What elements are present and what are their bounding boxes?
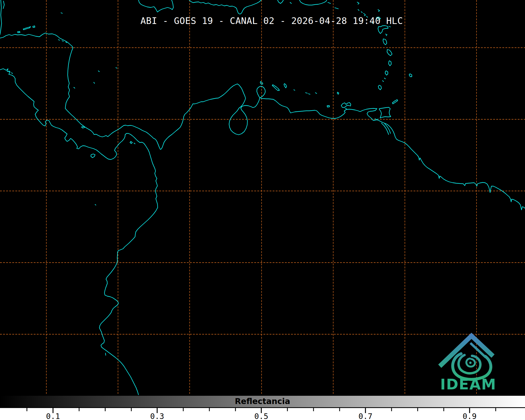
coastline-belize-coast bbox=[0, 0, 2, 35]
coastline-st-martin bbox=[357, 2, 359, 4]
coastline-guadeloupe bbox=[378, 26, 388, 34]
coastline-bonaire bbox=[284, 84, 287, 88]
colorbar-tick-label: 0.3 bbox=[150, 412, 164, 420]
colorbar-tick-label: 0.1 bbox=[46, 412, 60, 420]
coastline-lobos-island bbox=[105, 353, 106, 355]
coastline-hispaniola-south-coast bbox=[189, 0, 261, 14]
coastlines-layer bbox=[0, 0, 525, 395]
coastline-martinique bbox=[387, 50, 392, 56]
coastline-utila bbox=[18, 31, 20, 33]
coastline-st-lucia bbox=[389, 61, 391, 66]
coastline-jamaica bbox=[139, 0, 173, 12]
coastline-pearl-islands-2 bbox=[134, 143, 135, 144]
coastline-coche bbox=[345, 108, 347, 109]
coastline-guanaja bbox=[33, 26, 35, 27]
coastline-st-croix bbox=[335, 8, 338, 9]
coastline-la-desirade bbox=[389, 26, 390, 27]
coastline-corn-islands bbox=[74, 87, 75, 88]
coastline-vieques bbox=[328, 2, 331, 3]
coastline-coiba bbox=[91, 154, 95, 158]
coastline-los-roques-2 bbox=[308, 94, 310, 94]
colorbar-axis: 0.10.30.50.70.9 bbox=[0, 408, 525, 420]
coastline-la-tortuga bbox=[327, 105, 329, 107]
coastline-providencia bbox=[98, 71, 99, 72]
coastline-los-roques-1 bbox=[306, 93, 307, 93]
coastline-san-andres bbox=[94, 82, 95, 83]
coastline-barbuda bbox=[378, 10, 380, 11]
coastline-trinidad bbox=[379, 107, 391, 118]
coastline-grenadines-1 bbox=[384, 78, 385, 79]
coastline-roncador-cay bbox=[116, 68, 117, 68]
coastline-malpelo bbox=[95, 205, 96, 205]
coastline-tobago bbox=[392, 100, 398, 104]
coastline-fonseca-islets-2 bbox=[11, 73, 13, 74]
coastline-dominica bbox=[383, 39, 387, 45]
satellite-map: IDEAM ABI - GOES 19 - CANAL 02 - 2026-04… bbox=[0, 0, 525, 395]
map-canvas: IDEAM bbox=[0, 0, 525, 395]
coastline-grenadines-2 bbox=[382, 81, 384, 81]
coastline-caratasca-cays-2 bbox=[62, 41, 63, 41]
coastline-las-aves bbox=[294, 90, 295, 90]
colorbar-ticks: 0.10.30.50.70.9 bbox=[0, 408, 525, 420]
coastline-margarita bbox=[341, 103, 351, 108]
image-title: ABI - GOES 19 - CANAL 02 - 2026-04-28 19… bbox=[140, 15, 403, 26]
coastline-caratasca-cays-3 bbox=[66, 42, 67, 43]
ideam-logo: IDEAM bbox=[440, 336, 496, 393]
coastline-saba bbox=[358, 10, 359, 10]
coastline-dr-southeast-coast bbox=[278, 0, 283, 3]
coastline-caratasca-cays-1 bbox=[58, 40, 60, 40]
coastline-pearl-islands-1 bbox=[130, 141, 132, 144]
logo-spiral-eye bbox=[469, 362, 472, 364]
colorbar-label: Reflectancia bbox=[0, 395, 525, 408]
colorbar-tick-label: 0.9 bbox=[463, 412, 477, 420]
graticule-grid bbox=[0, 0, 525, 395]
coastline-orchila bbox=[315, 93, 317, 93]
coastline-barbados bbox=[409, 74, 412, 77]
coastline-pacific-coast bbox=[0, 69, 158, 395]
coastline-marie-galante bbox=[385, 34, 387, 36]
coastline-la-blanquilla bbox=[337, 92, 339, 94]
coastline-st-vincent bbox=[385, 71, 388, 75]
coastline-caribbean-mainland-coast bbox=[0, 33, 525, 210]
coastline-turneffe-cays bbox=[3, 1, 4, 9]
coastline-grenada bbox=[378, 85, 381, 90]
colorbar-tick-label: 0.5 bbox=[254, 412, 268, 420]
coastline-mona-island bbox=[290, 2, 291, 3]
coastline-roatan bbox=[23, 27, 31, 30]
coastline-swan-island bbox=[61, 13, 62, 13]
logo-text: IDEAM bbox=[440, 376, 496, 393]
coastline-curacao bbox=[272, 85, 279, 91]
coastline-puerto-rico bbox=[299, 0, 327, 5]
coastline-st-eustatius bbox=[361, 12, 362, 13]
colorbar-tick-label: 0.7 bbox=[359, 412, 372, 420]
